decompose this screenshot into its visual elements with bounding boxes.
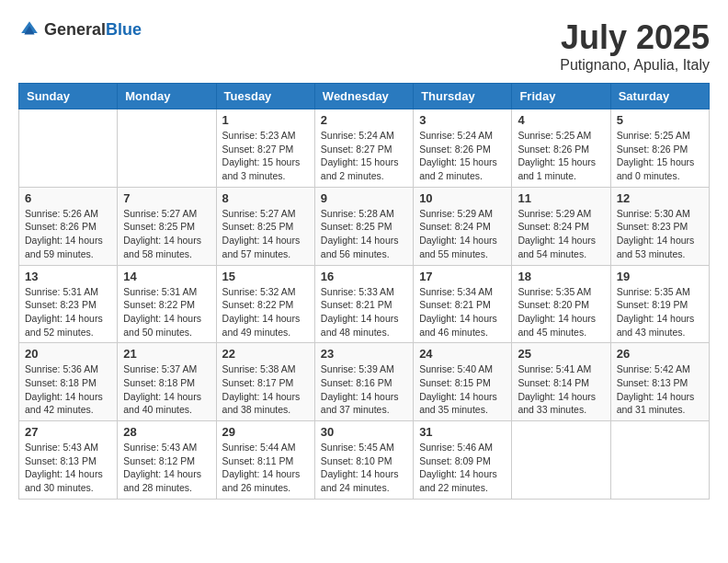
- calendar-cell: 25 Sunrise: 5:41 AMSunset: 8:14 PMDaylig…: [512, 343, 610, 421]
- month-year-title: July 2025: [560, 18, 710, 57]
- day-number: 15: [222, 270, 309, 283]
- day-number: 27: [25, 425, 111, 439]
- day-detail: Sunrise: 5:34 AMSunset: 8:21 PMDaylight:…: [419, 286, 497, 338]
- header-monday: Monday: [118, 84, 216, 109]
- day-detail: Sunrise: 5:27 AMSunset: 8:25 PMDaylight:…: [222, 208, 301, 259]
- calendar-cell: 3 Sunrise: 5:24 AMSunset: 8:26 PMDayligh…: [414, 109, 512, 188]
- day-number: 29: [222, 425, 309, 439]
- day-detail: Sunrise: 5:29 AMSunset: 8:24 PMDaylight:…: [518, 208, 596, 259]
- day-number: 30: [321, 425, 407, 439]
- calendar-cell: 24 Sunrise: 5:40 AMSunset: 8:15 PMDaylig…: [414, 343, 512, 421]
- day-detail: Sunrise: 5:40 AMSunset: 8:15 PMDaylight:…: [419, 363, 497, 415]
- day-number: 8: [222, 191, 309, 205]
- day-detail: Sunrise: 5:41 AMSunset: 8:14 PMDaylight:…: [518, 363, 596, 415]
- location-subtitle: Putignano, Apulia, Italy: [560, 57, 710, 74]
- calendar-cell: [118, 109, 216, 188]
- header-tuesday: Tuesday: [216, 84, 314, 109]
- calendar-cell: 12 Sunrise: 5:30 AMSunset: 8:23 PMDaylig…: [610, 187, 709, 265]
- day-detail: Sunrise: 5:24 AMSunset: 8:26 PMDaylight:…: [419, 130, 497, 181]
- day-detail: Sunrise: 5:42 AMSunset: 8:13 PMDaylight:…: [617, 363, 695, 415]
- calendar-week-row: 6 Sunrise: 5:26 AMSunset: 8:26 PMDayligh…: [19, 187, 710, 265]
- calendar-week-row: 13 Sunrise: 5:31 AMSunset: 8:23 PMDaylig…: [19, 265, 710, 343]
- logo-text: GeneralBlue: [44, 20, 142, 40]
- day-detail: Sunrise: 5:23 AMSunset: 8:27 PMDaylight:…: [222, 130, 301, 181]
- day-detail: Sunrise: 5:27 AMSunset: 8:25 PMDaylight:…: [123, 208, 201, 259]
- calendar-cell: 30 Sunrise: 5:45 AMSunset: 8:10 PMDaylig…: [314, 421, 413, 500]
- day-number: 6: [25, 191, 111, 205]
- calendar-cell: 26 Sunrise: 5:42 AMSunset: 8:13 PMDaylig…: [610, 343, 709, 421]
- day-number: 18: [518, 270, 604, 283]
- day-detail: Sunrise: 5:26 AMSunset: 8:26 PMDaylight:…: [25, 208, 103, 259]
- calendar-cell: 20 Sunrise: 5:36 AMSunset: 8:18 PMDaylig…: [19, 343, 118, 421]
- calendar-cell: 28 Sunrise: 5:43 AMSunset: 8:12 PMDaylig…: [118, 421, 216, 500]
- day-detail: Sunrise: 5:35 AMSunset: 8:20 PMDaylight:…: [518, 286, 596, 338]
- calendar-cell: 1 Sunrise: 5:23 AMSunset: 8:27 PMDayligh…: [216, 109, 314, 188]
- day-number: 7: [123, 191, 210, 205]
- calendar-cell: 18 Sunrise: 5:35 AMSunset: 8:20 PMDaylig…: [512, 265, 610, 343]
- day-number: 9: [321, 191, 407, 205]
- day-number: 2: [321, 113, 407, 127]
- calendar-cell: 29 Sunrise: 5:44 AMSunset: 8:11 PMDaylig…: [216, 421, 314, 500]
- day-number: 10: [419, 191, 506, 205]
- calendar-week-row: 1 Sunrise: 5:23 AMSunset: 8:27 PMDayligh…: [19, 109, 710, 188]
- logo: GeneralBlue: [18, 18, 142, 40]
- calendar-cell: 8 Sunrise: 5:27 AMSunset: 8:25 PMDayligh…: [216, 187, 314, 265]
- calendar-cell: 4 Sunrise: 5:25 AMSunset: 8:26 PMDayligh…: [512, 109, 610, 188]
- calendar-table: Sunday Monday Tuesday Wednesday Thursday…: [18, 83, 710, 500]
- day-number: 26: [617, 347, 703, 361]
- day-number: 23: [321, 347, 407, 361]
- calendar-cell: 7 Sunrise: 5:27 AMSunset: 8:25 PMDayligh…: [118, 187, 216, 265]
- day-number: 17: [419, 270, 506, 283]
- header-thursday: Thursday: [414, 84, 512, 109]
- day-number: 1: [222, 113, 309, 127]
- calendar-cell: 9 Sunrise: 5:28 AMSunset: 8:25 PMDayligh…: [314, 187, 413, 265]
- day-detail: Sunrise: 5:24 AMSunset: 8:27 PMDaylight:…: [321, 130, 399, 181]
- calendar-cell: 23 Sunrise: 5:39 AMSunset: 8:16 PMDaylig…: [314, 343, 413, 421]
- calendar-cell: 2 Sunrise: 5:24 AMSunset: 8:27 PMDayligh…: [314, 109, 413, 188]
- day-number: 16: [321, 270, 407, 283]
- day-number: 31: [419, 425, 506, 439]
- day-detail: Sunrise: 5:36 AMSunset: 8:18 PMDaylight:…: [25, 363, 103, 415]
- calendar-cell: 10 Sunrise: 5:29 AMSunset: 8:24 PMDaylig…: [414, 187, 512, 265]
- day-detail: Sunrise: 5:31 AMSunset: 8:22 PMDaylight:…: [123, 286, 201, 338]
- day-number: 5: [617, 113, 703, 127]
- calendar-cell: 19 Sunrise: 5:35 AMSunset: 8:19 PMDaylig…: [610, 265, 709, 343]
- day-detail: Sunrise: 5:35 AMSunset: 8:19 PMDaylight:…: [617, 286, 695, 338]
- day-detail: Sunrise: 5:33 AMSunset: 8:21 PMDaylight:…: [321, 286, 399, 338]
- day-number: 25: [518, 347, 604, 361]
- day-number: 20: [25, 347, 111, 361]
- day-detail: Sunrise: 5:38 AMSunset: 8:17 PMDaylight:…: [222, 363, 301, 415]
- day-detail: Sunrise: 5:37 AMSunset: 8:18 PMDaylight:…: [123, 363, 201, 415]
- day-detail: Sunrise: 5:43 AMSunset: 8:13 PMDaylight:…: [25, 442, 103, 493]
- day-number: 28: [123, 425, 210, 439]
- day-detail: Sunrise: 5:29 AMSunset: 8:24 PMDaylight:…: [419, 208, 497, 259]
- day-number: 13: [25, 270, 111, 283]
- header-friday: Friday: [512, 84, 610, 109]
- calendar-cell: 14 Sunrise: 5:31 AMSunset: 8:22 PMDaylig…: [118, 265, 216, 343]
- day-detail: Sunrise: 5:32 AMSunset: 8:22 PMDaylight:…: [222, 286, 301, 338]
- day-detail: Sunrise: 5:45 AMSunset: 8:10 PMDaylight:…: [321, 442, 399, 493]
- calendar-cell: 31 Sunrise: 5:46 AMSunset: 8:09 PMDaylig…: [414, 421, 512, 500]
- calendar-cell: 17 Sunrise: 5:34 AMSunset: 8:21 PMDaylig…: [414, 265, 512, 343]
- day-number: 19: [617, 270, 703, 283]
- calendar-cell: 21 Sunrise: 5:37 AMSunset: 8:18 PMDaylig…: [118, 343, 216, 421]
- day-detail: Sunrise: 5:46 AMSunset: 8:09 PMDaylight:…: [419, 442, 497, 493]
- header-wednesday: Wednesday: [314, 84, 413, 109]
- day-detail: Sunrise: 5:31 AMSunset: 8:23 PMDaylight:…: [25, 286, 103, 338]
- calendar-cell: 6 Sunrise: 5:26 AMSunset: 8:26 PMDayligh…: [19, 187, 118, 265]
- logo-icon: [18, 18, 40, 40]
- day-detail: Sunrise: 5:39 AMSunset: 8:16 PMDaylight:…: [321, 363, 399, 415]
- day-detail: Sunrise: 5:25 AMSunset: 8:26 PMDaylight:…: [617, 130, 695, 181]
- day-number: 22: [222, 347, 309, 361]
- calendar-cell: [19, 109, 118, 188]
- day-number: 14: [123, 270, 210, 283]
- day-number: 11: [518, 191, 604, 205]
- page-header: GeneralBlue July 2025 Putignano, Apulia,…: [18, 18, 710, 74]
- day-number: 21: [123, 347, 210, 361]
- day-number: 4: [518, 113, 604, 127]
- calendar-cell: 11 Sunrise: 5:29 AMSunset: 8:24 PMDaylig…: [512, 187, 610, 265]
- title-block: July 2025 Putignano, Apulia, Italy: [560, 18, 710, 74]
- header-saturday: Saturday: [610, 84, 709, 109]
- header-sunday: Sunday: [19, 84, 118, 109]
- day-detail: Sunrise: 5:43 AMSunset: 8:12 PMDaylight:…: [123, 442, 201, 493]
